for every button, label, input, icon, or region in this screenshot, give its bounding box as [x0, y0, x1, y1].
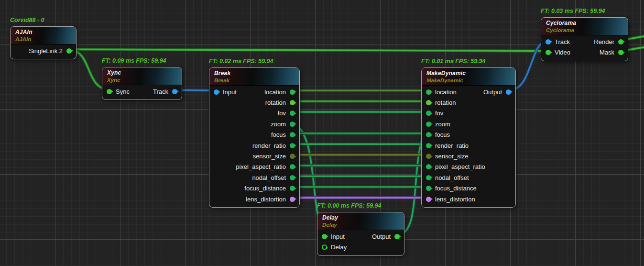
- port-label: render_ratio: [435, 142, 469, 149]
- port-row: rotation: [422, 97, 515, 108]
- port-label: Delay: [331, 244, 347, 251]
- port-row: focus: [422, 130, 515, 140]
- port-dot-out[interactable]: [506, 89, 511, 95]
- port-dot-out[interactable]: [66, 48, 72, 54]
- node-header-break[interactable]: BreakBreak: [209, 68, 299, 86]
- port-dot-out[interactable]: [290, 122, 295, 127]
- port-row: fov: [422, 108, 515, 119]
- port-dot-out[interactable]: [618, 50, 623, 55]
- node-cyclorama[interactable]: CycloramaCycloramaTrackRenderVideoMask: [541, 17, 628, 61]
- port-location-in: location: [426, 89, 457, 96]
- port-location-out: location: [264, 89, 295, 96]
- node-header-ajain[interactable]: AJAInAJAIn: [11, 27, 76, 44]
- port-dot-in[interactable]: [214, 89, 219, 95]
- node-delay[interactable]: DelayDelayInputOutputDelay: [317, 212, 404, 256]
- node-perf-label: FT: 0.02 ms FPS: 59.94: [209, 58, 273, 65]
- node-perf-label: FT: 0.00 ms FPS: 59.94: [317, 202, 382, 209]
- port-label: Sync: [116, 88, 130, 95]
- port-label: sensor_size: [435, 153, 468, 160]
- port-row: SingleLink 2: [11, 45, 76, 56]
- port-row: pixel_aspect_ratio: [422, 162, 515, 172]
- node-perf-label: FT: 0.03 ms FPS: 59.94: [541, 8, 605, 14]
- node-perf-label: FT: 0.09 ms FPS: 59.94: [102, 57, 166, 64]
- port-dot-in[interactable]: [322, 244, 327, 250]
- port-row: VideoMask: [541, 47, 628, 57]
- port-dot-out[interactable]: [290, 111, 295, 116]
- port-dot-in[interactable]: [426, 132, 431, 137]
- port-dot-out[interactable]: [290, 154, 295, 159]
- port-dot-out[interactable]: [618, 39, 623, 44]
- port-dot-out[interactable]: [290, 186, 295, 191]
- port-dot-in[interactable]: [426, 154, 431, 159]
- port-label: lens_distortion: [246, 196, 286, 203]
- node-header-cyclorama[interactable]: CycloramaCyclorama: [541, 18, 628, 35]
- port-dot-out[interactable]: [172, 89, 177, 94]
- port-dot-in[interactable]: [546, 39, 551, 44]
- port-label: fov: [278, 110, 286, 117]
- port-dot-in[interactable]: [107, 89, 112, 94]
- port-dot-in[interactable]: [426, 122, 431, 127]
- port-mask-out: Mask: [600, 49, 623, 56]
- port-track-out: Track: [153, 88, 177, 95]
- port-dot-in[interactable]: [426, 100, 431, 105]
- port-sensor_size-out: sensor_size: [253, 153, 295, 160]
- port-row: lens_distortion: [209, 194, 299, 204]
- port-label: Mask: [600, 49, 614, 56]
- node-ajain[interactable]: AJAInAJAInSingleLink 2: [10, 26, 76, 59]
- port-dot-in[interactable]: [546, 50, 551, 55]
- port-dot-out[interactable]: [290, 175, 295, 180]
- port-row: focus_distance: [422, 183, 515, 194]
- port-dot-out[interactable]: [290, 197, 295, 202]
- port-dot-out[interactable]: [290, 143, 295, 148]
- port-label: lens_distortion: [435, 196, 475, 203]
- port-row: fov: [209, 108, 299, 119]
- node-header-delay[interactable]: DelayDelay: [317, 212, 404, 230]
- port-fov-out: fov: [278, 110, 295, 117]
- port-dot-in[interactable]: [426, 175, 431, 180]
- node-header-makedynamic[interactable]: MakeDynamicMakeDynamic: [422, 68, 515, 86]
- port-focus_distance-in: focus_distance: [426, 185, 477, 192]
- port-fov-in: fov: [426, 110, 443, 117]
- node-title: Delay: [322, 214, 399, 222]
- port-row: InputOutput: [317, 231, 404, 242]
- port-label: SingleLink 2: [29, 47, 63, 55]
- port-pixel_aspect_ratio-in: pixel_aspect_ratio: [426, 163, 485, 170]
- port-dot-out[interactable]: [290, 164, 295, 169]
- port-label: sensor_size: [253, 153, 286, 160]
- node-title: Break: [214, 70, 295, 77]
- port-row: zoom: [422, 119, 515, 129]
- port-label: Track: [555, 38, 570, 45]
- node-makedynamic[interactable]: MakeDynamicMakeDynamiclocationOutputrota…: [421, 67, 516, 208]
- port-dot-out[interactable]: [290, 132, 295, 137]
- node-graph-canvas[interactable]: Corvid88 - 0AJAInAJAInSingleLink 2FT: 0.…: [0, 0, 644, 266]
- port-dot-out[interactable]: [394, 234, 400, 239]
- port-dot-in[interactable]: [322, 234, 327, 239]
- port-label: pixel_aspect_ratio: [435, 163, 485, 170]
- port-dot-in[interactable]: [426, 197, 431, 202]
- port-row: render_ratio: [422, 140, 515, 151]
- port-label: rotation: [435, 99, 456, 106]
- port-dot-out[interactable]: [290, 89, 295, 95]
- node-body: SyncTrack: [102, 85, 182, 97]
- port-dot-in[interactable]: [426, 89, 431, 95]
- port-row: render_ratio: [209, 140, 299, 151]
- node-body: InputOutputDelay: [317, 230, 404, 253]
- port-label: Input: [331, 233, 345, 240]
- port-dot-out[interactable]: [290, 100, 295, 105]
- node-header-xync[interactable]: XyncXync: [102, 67, 182, 85]
- node-break[interactable]: BreakBreakInputlocationrotationfovzoomfo…: [209, 67, 300, 208]
- node-xync[interactable]: XyncXyncSyncTrack: [102, 67, 182, 100]
- port-output-out: Output: [372, 233, 400, 240]
- port-row: zoom: [209, 119, 299, 129]
- port-row: Delay: [317, 242, 404, 252]
- port-zoom-out: zoom: [271, 121, 295, 128]
- port-dot-in[interactable]: [426, 111, 431, 116]
- port-lens_distortion-in: lens_distortion: [426, 196, 475, 203]
- port-label: pixel_aspect_ratio: [236, 163, 286, 170]
- port-dot-in[interactable]: [426, 186, 431, 191]
- port-label: Output: [483, 89, 502, 96]
- port-label: focus_distance: [435, 185, 477, 192]
- port-dot-in[interactable]: [426, 164, 431, 169]
- port-row: pixel_aspect_ratio: [209, 162, 299, 172]
- port-dot-in[interactable]: [426, 143, 431, 148]
